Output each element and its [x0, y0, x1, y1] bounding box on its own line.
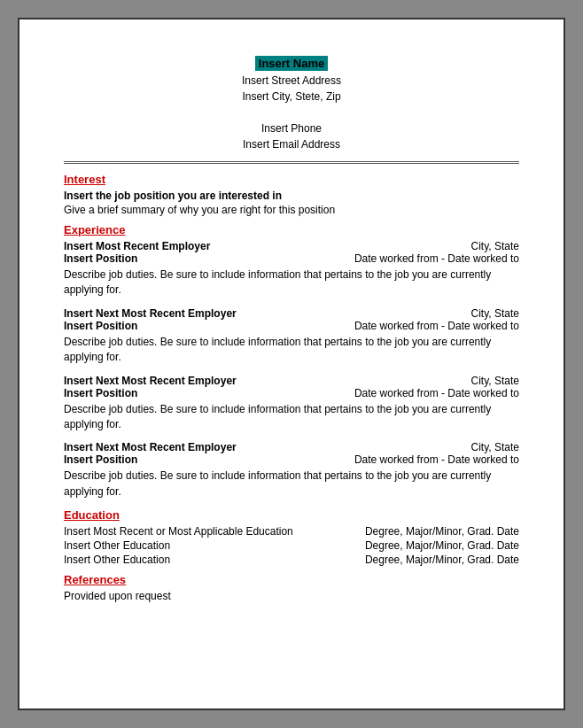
- edu-row-3: Insert Other Education Degree, Major/Min…: [64, 554, 519, 566]
- city-state-zip-line[interactable]: Insert City, Stete, Zip: [64, 89, 519, 105]
- job-employer-2[interactable]: Insert Next Most Recent Employer: [64, 307, 237, 320]
- job-dates-2[interactable]: Date worked from - Date worked to: [354, 320, 519, 332]
- job-entry-4: Insert Next Most Recent Employer City, S…: [64, 441, 519, 500]
- job-employer-4[interactable]: Insert Next Most Recent Employer: [64, 441, 237, 453]
- job-entry-3: Insert Next Most Recent Employer City, S…: [64, 375, 519, 433]
- interest-position[interactable]: Insert the job position you are interest…: [64, 190, 519, 202]
- job-dates-4[interactable]: Date worked from - Date worked to: [354, 453, 519, 466]
- job-desc-1[interactable]: Describe job duties. Be sure to include …: [64, 267, 519, 298]
- job-desc-3[interactable]: Describe job duties. Be sure to include …: [64, 402, 519, 433]
- job-city-4[interactable]: City, State: [471, 441, 519, 453]
- job-entry-1: Insert Most Recent Employer City, State …: [64, 240, 519, 298]
- edu-name-3[interactable]: Insert Other Education: [64, 554, 170, 566]
- job-header-row-3: Insert Next Most Recent Employer City, S…: [64, 375, 519, 387]
- edu-degree-2[interactable]: Degree, Major/Minor, Grad. Date: [365, 539, 519, 552]
- header-divider: [64, 161, 519, 164]
- job-employer-1[interactable]: Insert Most Recent Employer: [64, 240, 210, 252]
- job-position-row-3: Insert Position Date worked from - Date …: [64, 387, 519, 399]
- name-field[interactable]: Insert Name: [255, 56, 328, 71]
- job-position-row-4: Insert Position Date worked from - Date …: [64, 453, 519, 466]
- job-position-3[interactable]: Insert Position: [64, 387, 137, 399]
- job-position-4[interactable]: Insert Position: [64, 453, 137, 466]
- job-dates-1[interactable]: Date worked from - Date worked to: [354, 252, 519, 265]
- job-entry-2: Insert Next Most Recent Employer City, S…: [64, 307, 519, 366]
- job-header-row-2: Insert Next Most Recent Employer City, S…: [64, 307, 519, 320]
- job-header-row-1: Insert Most Recent Employer City, State: [64, 240, 519, 252]
- interest-section: Interest Insert the job position you are…: [64, 173, 519, 216]
- education-section: Education Insert Most Recent or Most App…: [64, 508, 519, 566]
- email-line[interactable]: Insert Email Address: [64, 136, 519, 152]
- job-city-1[interactable]: City, State: [471, 240, 519, 252]
- job-city-2[interactable]: City, State: [471, 307, 519, 320]
- education-title[interactable]: Education: [64, 508, 519, 522]
- job-city-3[interactable]: City, State: [471, 375, 519, 387]
- experience-title[interactable]: Experience: [64, 223, 519, 236]
- edu-name-2[interactable]: Insert Other Education: [64, 539, 170, 552]
- job-position-2[interactable]: Insert Position: [64, 320, 137, 332]
- job-position-row-2: Insert Position Date worked from - Date …: [64, 320, 519, 332]
- edu-row-2: Insert Other Education Degree, Major/Min…: [64, 539, 519, 552]
- job-employer-3[interactable]: Insert Next Most Recent Employer: [64, 375, 237, 387]
- edu-degree-1[interactable]: Degree, Major/Minor, Grad. Date: [365, 525, 519, 538]
- job-position-row-1: Insert Position Date worked from - Date …: [64, 252, 519, 265]
- resume-page: Insert Name Insert Street Address Insert…: [18, 18, 565, 710]
- job-header-row-4: Insert Next Most Recent Employer City, S…: [64, 441, 519, 453]
- references-title[interactable]: References: [64, 573, 519, 586]
- experience-section: Experience Insert Most Recent Employer C…: [64, 223, 519, 500]
- edu-row-1: Insert Most Recent or Most Applicable Ed…: [64, 525, 519, 538]
- interest-title[interactable]: Interest: [64, 173, 519, 186]
- resume-header: Insert Name Insert Street Address Insert…: [64, 55, 519, 152]
- job-position-1[interactable]: Insert Position: [64, 252, 137, 265]
- job-desc-4[interactable]: Describe job duties. Be sure to include …: [64, 469, 519, 500]
- interest-summary[interactable]: Give a brief summary of why you are righ…: [64, 204, 519, 216]
- references-text[interactable]: Provided upon request: [64, 590, 519, 602]
- address-line[interactable]: Insert Street Address: [64, 73, 519, 89]
- edu-degree-3[interactable]: Degree, Major/Minor, Grad. Date: [365, 554, 519, 566]
- edu-name-1[interactable]: Insert Most Recent or Most Applicable Ed…: [64, 525, 293, 538]
- phone-line[interactable]: Insert Phone: [64, 120, 519, 136]
- job-dates-3[interactable]: Date worked from - Date worked to: [354, 387, 519, 399]
- references-section: References Provided upon request: [64, 573, 519, 602]
- job-desc-2[interactable]: Describe job duties. Be sure to include …: [64, 335, 519, 366]
